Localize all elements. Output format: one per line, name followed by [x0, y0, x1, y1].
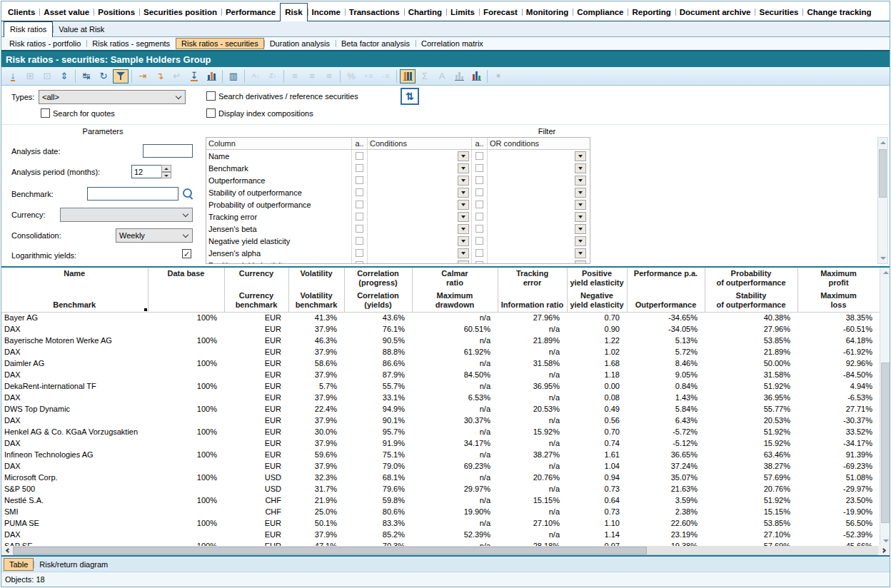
table-vscrollbar[interactable]	[880, 268, 890, 546]
conditions-dropdown-button[interactable]	[458, 236, 469, 246]
filter-conditions-cell[interactable]	[368, 162, 472, 174]
menu-change-tracking[interactable]: Change tracking	[802, 4, 875, 21]
table-row[interactable]: Nestlé S.A.100%CHF21.9%59.8%n/a15.15%0.6…	[1, 495, 880, 506]
column-header-maximum-profit[interactable]: Maximum profitMaximum loss	[797, 268, 880, 312]
menu-monitoring[interactable]: Monitoring	[522, 4, 573, 21]
or-conditions-dropdown-button[interactable]	[575, 212, 586, 222]
table-row[interactable]: S&P 500USD31.7%79.6%29.97%n/a0.7321.63%2…	[1, 483, 880, 495]
menu-compliance[interactable]: Compliance	[573, 4, 628, 21]
column-header-data-base[interactable]: Data base	[148, 268, 224, 312]
search-quotes-checkbox[interactable]: Search for quotes	[41, 108, 115, 118]
filter-or-conditions-cell[interactable]	[488, 186, 588, 198]
column-header-positive-yield-elasticity[interactable]: Positive yield elasticityNegative yield …	[567, 268, 627, 312]
benchmark-input[interactable]	[87, 187, 178, 201]
benchmark-search-icon[interactable]	[182, 188, 193, 199]
menu-securities[interactable]: Securities	[755, 4, 802, 21]
filter-or-conditions-cell[interactable]	[488, 162, 588, 174]
filter-scroll-thumb[interactable]	[879, 149, 887, 198]
filter-conditions-cell[interactable]	[368, 223, 472, 235]
menu-risk[interactable]: Risk	[280, 3, 307, 21]
column-header-probability-of-outperformance[interactable]: Probability of outperformanceStability o…	[705, 268, 797, 312]
filter-or-checkbox[interactable]	[475, 188, 483, 196]
conditions-dropdown-button[interactable]	[458, 212, 469, 222]
tab-risk-ratios-securities[interactable]: Risk ratios - securities	[176, 38, 264, 49]
striped-column-icon[interactable]: ▥	[226, 69, 241, 83]
scroll-left-icon[interactable]	[1, 546, 13, 555]
filter-or-checkbox[interactable]	[475, 237, 483, 245]
filter-or-checkbox[interactable]	[475, 164, 483, 172]
search-derivatives-checkbox[interactable]: Search derivatives / reference securitie…	[206, 91, 358, 101]
filter-scroll-track[interactable]	[878, 148, 887, 253]
move-down-icon[interactable]: ↧	[186, 69, 202, 83]
filter-or-checkbox[interactable]	[475, 213, 483, 220]
refresh-icon[interactable]: ↻	[96, 69, 111, 83]
filter-or-conditions-cell[interactable]	[488, 235, 588, 247]
or-conditions-dropdown-button[interactable]	[575, 151, 586, 161]
filter-conditions-cell[interactable]	[368, 186, 472, 198]
analysis-period-input[interactable]	[131, 165, 162, 178]
export-layout-icon[interactable]: ↓	[5, 69, 21, 83]
menu-transactions[interactable]: Transactions	[345, 4, 404, 21]
filter-or-conditions-cell[interactable]	[488, 247, 588, 259]
table-row[interactable]: DAXEUR37.9%79.0%69.23%n/a1.0437.24%38.27…	[1, 460, 880, 472]
table-row[interactable]: SAP SE100%EUR47.1%70.3%n/a28.18%0.9719.3…	[1, 540, 880, 546]
filter-or-conditions-cell[interactable]	[488, 150, 588, 162]
filter-or-checkbox[interactable]	[475, 261, 483, 264]
menu-securities-position[interactable]: Securities position	[139, 4, 221, 21]
chart-columns-icon[interactable]	[203, 69, 219, 83]
filter-or-conditions-cell[interactable]	[488, 174, 588, 186]
menu-reporting[interactable]: Reporting	[628, 4, 675, 21]
table-row[interactable]: Henkel AG & Co. KGaA Vorzugsaktien100%EU…	[1, 426, 880, 437]
tab-risk-ratios[interactable]: Risk ratios	[4, 21, 53, 37]
hscroll-thumb[interactable]	[13, 547, 647, 554]
column-width-icon[interactable]: ↹	[79, 69, 94, 83]
conditions-dropdown-button[interactable]	[458, 188, 469, 198]
filter-and-checkbox[interactable]	[356, 176, 363, 184]
menu-forecast[interactable]: Forecast	[479, 4, 522, 21]
filter-or-conditions-cell[interactable]	[488, 259, 588, 264]
table-row[interactable]: DWS Top Dynamic100%EUR22.4%94.9%n/a20.53…	[1, 403, 880, 415]
menu-limits[interactable]: Limits	[446, 4, 479, 21]
bottom-tab-risk-return-diagram[interactable]: Risk/return diagram	[34, 558, 114, 571]
filter-and-checkbox[interactable]	[356, 152, 363, 160]
analysis-period-spinner[interactable]	[161, 165, 171, 178]
refresh-button[interactable]: ⇅	[401, 88, 419, 105]
table-row[interactable]: DAXEUR37.9%87.9%84.50%n/a1.189.05%31.58%…	[1, 369, 880, 380]
column-header-correlation-progress[interactable]: Correlation (progress)Correlation (yield…	[344, 268, 412, 312]
filter-and-checkbox[interactable]	[356, 225, 363, 233]
table-row[interactable]: SMICHF25.0%80.6%19.90%n/a0.732.38%15.15%…	[1, 506, 880, 517]
or-conditions-dropdown-button[interactable]	[575, 236, 586, 246]
table-row[interactable]: Microsoft Corp.100%USD32.3%68.1%n/a20.76…	[1, 472, 880, 483]
table-hscrollbar[interactable]	[1, 546, 890, 555]
filter-conditions-cell[interactable]	[368, 150, 472, 162]
log-yields-checkbox[interactable]	[182, 249, 191, 258]
table-row[interactable]: DAXEUR37.9%88.8%61.92%n/a1.025.72%21.89%…	[1, 346, 880, 358]
filter-and-checkbox[interactable]	[356, 237, 363, 245]
filter-or-checkbox[interactable]	[475, 152, 483, 160]
menu-asset-value[interactable]: Asset value	[39, 4, 94, 21]
tab-value-at-risk[interactable]: Value at Risk	[53, 22, 110, 36]
filter-and-checkbox[interactable]	[356, 201, 363, 208]
spinner-down-icon[interactable]	[161, 172, 171, 179]
menu-income[interactable]: Income	[308, 4, 345, 21]
column-header-tracking-error[interactable]: Tracking errorInformation ratio	[498, 268, 567, 312]
table-row[interactable]: DekaRent-international TF100%EUR5.7%55.7…	[1, 380, 880, 392]
menu-positions[interactable]: Positions	[94, 4, 139, 21]
column-header-performance-p-a[interactable]: Performance p.a.Outperformance	[627, 268, 705, 312]
hscroll-track[interactable]	[647, 547, 878, 554]
fit-height-icon[interactable]: ⇕	[56, 69, 72, 83]
highlight-columns-icon[interactable]	[400, 69, 416, 83]
or-conditions-dropdown-button[interactable]	[575, 248, 586, 258]
or-conditions-dropdown-button[interactable]	[575, 163, 586, 173]
bottom-tab-table[interactable]: Table	[4, 558, 34, 571]
filter-or-checkbox[interactable]	[475, 201, 483, 208]
column-header-currency[interactable]: CurrencyCurrency benchmark	[224, 268, 288, 312]
scroll-down-icon[interactable]	[880, 536, 890, 546]
table-row[interactable]: DAXEUR37.9%90.1%30.37%n/a0.566.43%20.53%…	[1, 415, 880, 426]
filter-scrollbar[interactable]	[877, 137, 888, 264]
tab-risk-ratios-segments[interactable]: Risk ratios - segments	[86, 38, 176, 49]
menu-clients[interactable]: Clients	[4, 4, 39, 21]
conditions-dropdown-button[interactable]	[458, 260, 469, 265]
or-conditions-dropdown-button[interactable]	[575, 176, 586, 186]
consolidation-dropdown[interactable]: Weekly	[116, 228, 193, 243]
